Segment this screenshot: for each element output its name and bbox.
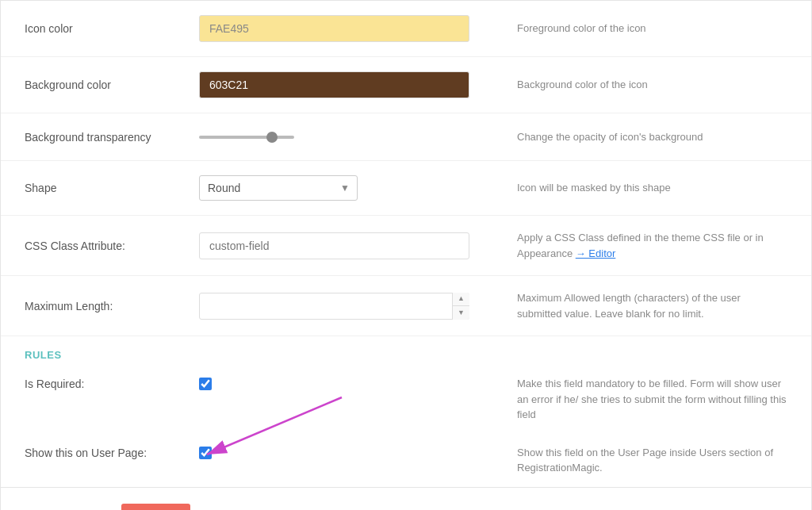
background-transparency-input-col <box>199 136 469 139</box>
background-color-help: Background color of the icon <box>469 77 787 93</box>
show-user-page-checkbox[interactable] <box>199 447 212 459</box>
background-color-label: Background color <box>25 79 199 91</box>
shape-label: Shape <box>25 182 199 194</box>
background-color-row: Background color Background color of the… <box>1 57 811 113</box>
icon-color-row: Icon color Foreground color of the icon <box>1 1 811 57</box>
shape-row: Shape Round Square Circle None ▼ Icon wi… <box>1 161 811 216</box>
show-user-page-label: Show this on User Page: <box>25 445 199 459</box>
shape-select-wrapper: Round Square Circle None ▼ <box>199 175 358 201</box>
css-class-help-text: Apply a CSS Class defined in the theme C… <box>517 232 764 259</box>
icon-color-input[interactable] <box>199 15 469 42</box>
background-transparency-help: Change the opacity of icon's background <box>469 129 787 145</box>
icon-color-input-col <box>199 15 469 42</box>
shape-input-col: Round Square Circle None ▼ <box>199 175 469 201</box>
rules-section: RULES <box>1 336 811 365</box>
show-user-page-row: Show this on User Page: Show this field … <box>1 434 811 487</box>
transparency-slider[interactable] <box>199 136 294 139</box>
css-class-input-col <box>199 232 469 259</box>
maximum-length-row: Maximum Length: ▲ ▼ Maximum Allowed leng… <box>1 276 811 336</box>
form-body: Icon color Foreground color of the icon … <box>1 1 811 487</box>
css-class-row: CSS Class Attribute: Apply a CSS Class d… <box>1 216 811 276</box>
css-class-label: CSS Class Attribute: <box>25 240 199 252</box>
spinner-up-button[interactable]: ▲ <box>453 293 469 307</box>
css-class-input[interactable] <box>199 232 469 259</box>
background-transparency-label: Background transparency <box>25 131 199 144</box>
css-class-help: Apply a CSS Class defined in the theme C… <box>469 230 787 261</box>
is-required-help: Make this field mandatory to be filled. … <box>469 376 787 423</box>
main-container: Icon color Foreground color of the icon … <box>0 0 812 510</box>
editor-link[interactable]: → Editor <box>576 247 616 259</box>
cancel-button[interactable]: ← CANCEL <box>25 504 109 511</box>
save-button[interactable]: SAVE <box>121 504 190 511</box>
background-color-input[interactable] <box>199 71 469 98</box>
background-color-input-col <box>199 71 469 98</box>
icon-color-label: Icon color <box>25 22 199 35</box>
spinner-down-button[interactable]: ▼ <box>453 306 469 320</box>
maximum-length-help-text: Maximum Allowed length (characters) of t… <box>517 292 741 320</box>
maximum-length-label: Maximum Length: <box>25 300 199 313</box>
number-spinners: ▲ ▼ <box>452 293 469 320</box>
rules-label: RULES <box>25 349 62 361</box>
background-transparency-row: Background transparency Change the opaci… <box>1 113 811 161</box>
maximum-length-help: Maximum Allowed length (characters) of t… <box>469 290 787 321</box>
footer: ← CANCEL SAVE <box>1 487 811 511</box>
shape-help: Icon will be masked by this shape <box>469 180 787 196</box>
is-required-checkbox[interactable] <box>199 378 212 390</box>
maximum-length-input-col: ▲ ▼ <box>199 293 469 320</box>
show-user-page-checkbox-col <box>199 445 469 459</box>
shape-select[interactable]: Round Square Circle None <box>199 175 358 201</box>
is-required-checkbox-col <box>199 376 469 390</box>
show-user-page-help: Show this field on the User Page inside … <box>469 445 787 476</box>
number-input-wrapper: ▲ ▼ <box>199 293 469 320</box>
is-required-label: Is Required: <box>25 376 199 390</box>
icon-color-help: Foreground color of the icon <box>469 21 787 36</box>
is-required-row: Is Required: Make this field mandatory t… <box>1 365 811 434</box>
slider-container <box>199 136 469 139</box>
maximum-length-input[interactable] <box>199 293 469 320</box>
